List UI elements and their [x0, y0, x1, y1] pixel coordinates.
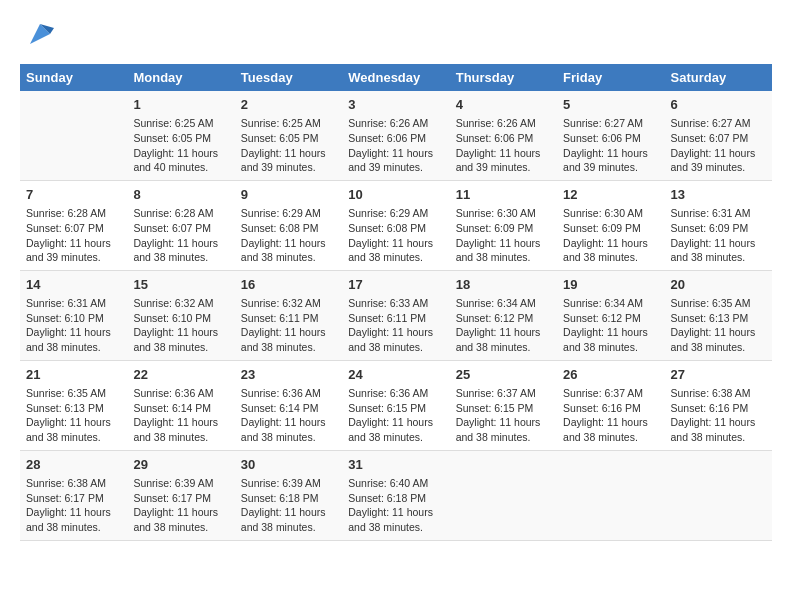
day-number: 13	[671, 186, 766, 204]
day-info: Sunrise: 6:26 AM Sunset: 6:06 PM Dayligh…	[456, 116, 551, 175]
calendar-cell: 26Sunrise: 6:37 AM Sunset: 6:16 PM Dayli…	[557, 360, 664, 450]
day-info: Sunrise: 6:25 AM Sunset: 6:05 PM Dayligh…	[133, 116, 228, 175]
day-number: 16	[241, 276, 336, 294]
calendar-cell: 21Sunrise: 6:35 AM Sunset: 6:13 PM Dayli…	[20, 360, 127, 450]
weekday-header: Sunday	[20, 64, 127, 91]
day-number: 9	[241, 186, 336, 204]
day-info: Sunrise: 6:27 AM Sunset: 6:06 PM Dayligh…	[563, 116, 658, 175]
calendar-cell: 27Sunrise: 6:38 AM Sunset: 6:16 PM Dayli…	[665, 360, 772, 450]
weekday-header: Tuesday	[235, 64, 342, 91]
calendar-week-row: 1Sunrise: 6:25 AM Sunset: 6:05 PM Daylig…	[20, 91, 772, 180]
day-number: 23	[241, 366, 336, 384]
day-number: 21	[26, 366, 121, 384]
day-number: 22	[133, 366, 228, 384]
calendar-table: SundayMondayTuesdayWednesdayThursdayFrid…	[20, 64, 772, 541]
calendar-week-row: 28Sunrise: 6:38 AM Sunset: 6:17 PM Dayli…	[20, 450, 772, 540]
calendar-cell: 13Sunrise: 6:31 AM Sunset: 6:09 PM Dayli…	[665, 180, 772, 270]
day-info: Sunrise: 6:38 AM Sunset: 6:16 PM Dayligh…	[671, 386, 766, 445]
weekday-row: SundayMondayTuesdayWednesdayThursdayFrid…	[20, 64, 772, 91]
calendar-cell	[450, 450, 557, 540]
day-number: 25	[456, 366, 551, 384]
day-number: 20	[671, 276, 766, 294]
day-info: Sunrise: 6:30 AM Sunset: 6:09 PM Dayligh…	[456, 206, 551, 265]
calendar-cell: 28Sunrise: 6:38 AM Sunset: 6:17 PM Dayli…	[20, 450, 127, 540]
calendar-cell: 16Sunrise: 6:32 AM Sunset: 6:11 PM Dayli…	[235, 270, 342, 360]
calendar-week-row: 21Sunrise: 6:35 AM Sunset: 6:13 PM Dayli…	[20, 360, 772, 450]
calendar-cell: 25Sunrise: 6:37 AM Sunset: 6:15 PM Dayli…	[450, 360, 557, 450]
calendar-cell: 24Sunrise: 6:36 AM Sunset: 6:15 PM Dayli…	[342, 360, 449, 450]
calendar-cell: 9Sunrise: 6:29 AM Sunset: 6:08 PM Daylig…	[235, 180, 342, 270]
calendar-cell: 15Sunrise: 6:32 AM Sunset: 6:10 PM Dayli…	[127, 270, 234, 360]
day-info: Sunrise: 6:28 AM Sunset: 6:07 PM Dayligh…	[26, 206, 121, 265]
day-number: 11	[456, 186, 551, 204]
weekday-header: Friday	[557, 64, 664, 91]
calendar-cell: 5Sunrise: 6:27 AM Sunset: 6:06 PM Daylig…	[557, 91, 664, 180]
day-info: Sunrise: 6:25 AM Sunset: 6:05 PM Dayligh…	[241, 116, 336, 175]
calendar-cell: 18Sunrise: 6:34 AM Sunset: 6:12 PM Dayli…	[450, 270, 557, 360]
day-number: 4	[456, 96, 551, 114]
calendar-cell	[557, 450, 664, 540]
calendar-cell: 6Sunrise: 6:27 AM Sunset: 6:07 PM Daylig…	[665, 91, 772, 180]
calendar-cell: 11Sunrise: 6:30 AM Sunset: 6:09 PM Dayli…	[450, 180, 557, 270]
day-number: 26	[563, 366, 658, 384]
calendar-cell: 30Sunrise: 6:39 AM Sunset: 6:18 PM Dayli…	[235, 450, 342, 540]
day-info: Sunrise: 6:36 AM Sunset: 6:14 PM Dayligh…	[241, 386, 336, 445]
calendar-cell: 31Sunrise: 6:40 AM Sunset: 6:18 PM Dayli…	[342, 450, 449, 540]
day-number: 6	[671, 96, 766, 114]
calendar-week-row: 7Sunrise: 6:28 AM Sunset: 6:07 PM Daylig…	[20, 180, 772, 270]
day-number: 24	[348, 366, 443, 384]
day-number: 1	[133, 96, 228, 114]
day-info: Sunrise: 6:32 AM Sunset: 6:10 PM Dayligh…	[133, 296, 228, 355]
day-number: 29	[133, 456, 228, 474]
day-info: Sunrise: 6:29 AM Sunset: 6:08 PM Dayligh…	[241, 206, 336, 265]
calendar-cell: 10Sunrise: 6:29 AM Sunset: 6:08 PM Dayli…	[342, 180, 449, 270]
day-number: 17	[348, 276, 443, 294]
calendar-header: SundayMondayTuesdayWednesdayThursdayFrid…	[20, 64, 772, 91]
day-number: 8	[133, 186, 228, 204]
day-number: 3	[348, 96, 443, 114]
calendar-cell: 14Sunrise: 6:31 AM Sunset: 6:10 PM Dayli…	[20, 270, 127, 360]
calendar-body: 1Sunrise: 6:25 AM Sunset: 6:05 PM Daylig…	[20, 91, 772, 540]
day-info: Sunrise: 6:37 AM Sunset: 6:15 PM Dayligh…	[456, 386, 551, 445]
day-info: Sunrise: 6:39 AM Sunset: 6:17 PM Dayligh…	[133, 476, 228, 535]
day-info: Sunrise: 6:39 AM Sunset: 6:18 PM Dayligh…	[241, 476, 336, 535]
calendar-cell: 8Sunrise: 6:28 AM Sunset: 6:07 PM Daylig…	[127, 180, 234, 270]
day-info: Sunrise: 6:37 AM Sunset: 6:16 PM Dayligh…	[563, 386, 658, 445]
day-info: Sunrise: 6:28 AM Sunset: 6:07 PM Dayligh…	[133, 206, 228, 265]
calendar-cell: 1Sunrise: 6:25 AM Sunset: 6:05 PM Daylig…	[127, 91, 234, 180]
calendar-cell	[665, 450, 772, 540]
weekday-header: Wednesday	[342, 64, 449, 91]
day-number: 28	[26, 456, 121, 474]
day-info: Sunrise: 6:26 AM Sunset: 6:06 PM Dayligh…	[348, 116, 443, 175]
calendar-cell: 29Sunrise: 6:39 AM Sunset: 6:17 PM Dayli…	[127, 450, 234, 540]
day-number: 30	[241, 456, 336, 474]
day-info: Sunrise: 6:38 AM Sunset: 6:17 PM Dayligh…	[26, 476, 121, 535]
calendar-cell	[20, 91, 127, 180]
day-number: 5	[563, 96, 658, 114]
day-info: Sunrise: 6:36 AM Sunset: 6:14 PM Dayligh…	[133, 386, 228, 445]
calendar-cell: 20Sunrise: 6:35 AM Sunset: 6:13 PM Dayli…	[665, 270, 772, 360]
day-info: Sunrise: 6:32 AM Sunset: 6:11 PM Dayligh…	[241, 296, 336, 355]
calendar-cell: 12Sunrise: 6:30 AM Sunset: 6:09 PM Dayli…	[557, 180, 664, 270]
day-info: Sunrise: 6:29 AM Sunset: 6:08 PM Dayligh…	[348, 206, 443, 265]
calendar-cell: 17Sunrise: 6:33 AM Sunset: 6:11 PM Dayli…	[342, 270, 449, 360]
day-number: 19	[563, 276, 658, 294]
header	[20, 20, 772, 48]
day-info: Sunrise: 6:34 AM Sunset: 6:12 PM Dayligh…	[563, 296, 658, 355]
weekday-header: Saturday	[665, 64, 772, 91]
calendar-cell: 7Sunrise: 6:28 AM Sunset: 6:07 PM Daylig…	[20, 180, 127, 270]
day-number: 7	[26, 186, 121, 204]
day-info: Sunrise: 6:27 AM Sunset: 6:07 PM Dayligh…	[671, 116, 766, 175]
day-number: 2	[241, 96, 336, 114]
calendar-cell: 2Sunrise: 6:25 AM Sunset: 6:05 PM Daylig…	[235, 91, 342, 180]
day-number: 14	[26, 276, 121, 294]
day-number: 31	[348, 456, 443, 474]
day-number: 27	[671, 366, 766, 384]
calendar-cell: 23Sunrise: 6:36 AM Sunset: 6:14 PM Dayli…	[235, 360, 342, 450]
day-info: Sunrise: 6:33 AM Sunset: 6:11 PM Dayligh…	[348, 296, 443, 355]
weekday-header: Monday	[127, 64, 234, 91]
day-info: Sunrise: 6:40 AM Sunset: 6:18 PM Dayligh…	[348, 476, 443, 535]
calendar-cell: 19Sunrise: 6:34 AM Sunset: 6:12 PM Dayli…	[557, 270, 664, 360]
day-info: Sunrise: 6:30 AM Sunset: 6:09 PM Dayligh…	[563, 206, 658, 265]
day-info: Sunrise: 6:35 AM Sunset: 6:13 PM Dayligh…	[671, 296, 766, 355]
